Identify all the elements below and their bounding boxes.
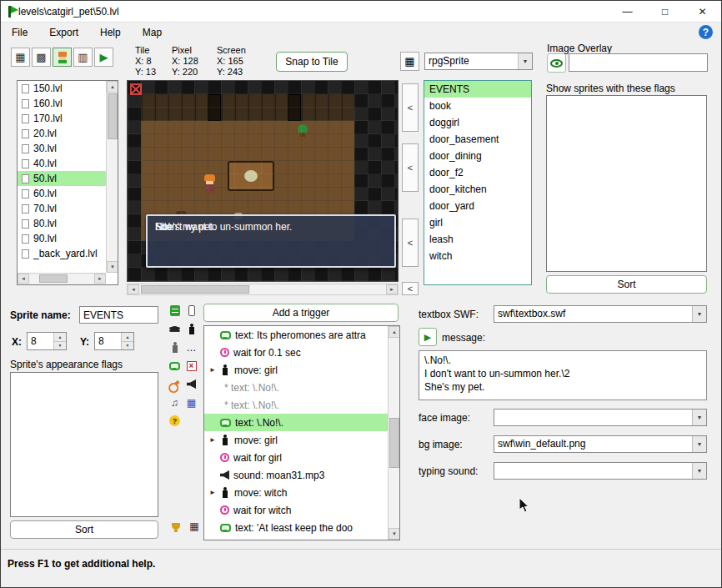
step-down-icon[interactable]: ▼ <box>122 342 133 350</box>
scroll-left-icon[interactable]: ◄ <box>18 274 29 284</box>
file-list-hscrollbar[interactable]: ◄ ► <box>18 273 106 284</box>
more-icon[interactable]: … <box>184 340 199 354</box>
sprite-flags-filter-list[interactable] <box>546 95 707 272</box>
list-item[interactable]: door_yard <box>424 198 531 214</box>
bg-image-select[interactable]: swf\win_default.png ▼ <box>494 435 707 453</box>
play-tool-icon[interactable]: ▶ <box>94 48 113 67</box>
question-icon[interactable]: ? <box>168 414 183 428</box>
textbox-swf-select[interactable]: swf\textbox.swf ▼ <box>494 305 707 323</box>
sprite-type-select[interactable]: rpgSprite ▼ <box>424 53 533 70</box>
trigger-row[interactable]: sound: moan31.mp3 <box>204 466 388 484</box>
tile-grid-tool-icon[interactable]: ▦ <box>11 48 30 67</box>
list-item-selected[interactable]: EVENTS <box>424 81 531 98</box>
chevron-down-icon[interactable]: ▼ <box>692 436 706 452</box>
list-item[interactable]: 40.lvl <box>18 156 106 171</box>
close-button[interactable]: ✕ <box>684 1 721 22</box>
trigger-row[interactable]: ►move: girl <box>204 431 388 449</box>
scroll-up-icon[interactable]: ▲ <box>389 326 400 338</box>
flags-sort-button[interactable]: Sort <box>546 275 707 294</box>
list-item[interactable]: leash <box>424 231 531 248</box>
list-item[interactable]: _back_yard.lvl <box>18 246 106 261</box>
grid-icon[interactable]: ▦ <box>187 519 202 533</box>
move-sprite-left-button[interactable]: < <box>402 219 419 267</box>
list-item[interactable]: 20.lvl <box>18 126 106 141</box>
step-down-icon[interactable]: ▼ <box>54 342 66 350</box>
maximize-button[interactable]: □ <box>646 1 684 22</box>
trigger-list[interactable]: text: Its pheromones are attra wait for … <box>203 325 400 540</box>
overlay-visibility-button[interactable] <box>547 53 566 73</box>
sprite-appearance-flags-list[interactable] <box>10 372 158 517</box>
key-icon[interactable] <box>168 377 183 391</box>
map-grid-toggle-icon[interactable]: ▦ <box>400 52 419 71</box>
speaker-icon[interactable] <box>184 377 199 391</box>
trigger-subrow[interactable]: * text: \.No!\. <box>204 379 388 396</box>
list-item[interactable]: 170.lvl <box>18 111 106 126</box>
sprite-tool-icon[interactable] <box>53 48 72 67</box>
list-item[interactable]: 80.lvl <box>18 216 106 231</box>
list-item[interactable]: 30.lvl <box>18 141 106 156</box>
chevron-down-icon[interactable]: ▼ <box>518 53 532 69</box>
trophy-icon[interactable] <box>168 519 183 533</box>
move-sprite-left-button[interactable]: < <box>402 83 419 132</box>
chevron-down-icon[interactable]: ▼ <box>692 306 706 322</box>
x-value-input[interactable] <box>28 333 53 349</box>
move-sprite-left-button[interactable]: < <box>402 143 419 192</box>
list-item[interactable]: 150.lvl <box>18 81 106 96</box>
y-stepper[interactable]: ▲▼ <box>94 332 134 350</box>
typing-sound-select[interactable]: ▼ <box>494 462 707 480</box>
list-item[interactable]: door_f2 <box>424 164 531 181</box>
title-bar[interactable]: levels\catgirl_pet\50.lvl — □ ✕ <box>1 1 721 23</box>
trigger-row[interactable]: ►move: witch <box>204 484 388 501</box>
speech-bubble-icon[interactable] <box>168 359 183 373</box>
delete-icon[interactable]: × <box>184 359 199 373</box>
list-item[interactable]: 70.lvl <box>18 201 106 216</box>
appearance-flags-sort-button[interactable]: Sort <box>10 520 158 539</box>
move-sprite-left-button[interactable]: < <box>402 282 419 295</box>
help-icon[interactable]: ? <box>699 25 713 39</box>
walk-icon[interactable] <box>168 340 183 354</box>
list-item[interactable]: witch <box>424 248 531 264</box>
list-item[interactable]: door_kitchen <box>424 181 531 198</box>
map-hscrollbar[interactable]: ◄ ► <box>127 284 399 295</box>
trigger-row[interactable]: wait for witch <box>204 501 388 519</box>
trigger-row-selected[interactable]: text: \.No!\. <box>204 414 388 431</box>
step-up-icon[interactable]: ▲ <box>122 333 133 342</box>
minimize-button[interactable]: — <box>609 1 646 22</box>
add-trigger-button[interactable]: Add a trigger <box>203 304 399 322</box>
tiles-icon[interactable]: ▦ <box>184 395 199 410</box>
scrollbar-thumb[interactable] <box>39 274 68 283</box>
face-image-select[interactable]: ▼ <box>494 409 707 426</box>
image-overlay-input[interactable] <box>569 53 708 72</box>
snap-to-tile-button[interactable]: Snap to Tile <box>276 52 348 72</box>
person-icon[interactable] <box>184 322 199 336</box>
menu-help[interactable]: Help <box>89 24 132 41</box>
trigger-list-vscrollbar[interactable]: ▲ ▼ <box>388 326 399 540</box>
file-list-vscrollbar[interactable]: ▲ ▼ <box>106 81 118 273</box>
scrollbar-thumb[interactable] <box>108 93 118 139</box>
list-item[interactable]: door_basement <box>424 131 531 148</box>
y-value-input[interactable] <box>95 333 121 349</box>
scroll-down-icon[interactable]: ▼ <box>107 261 118 273</box>
level-file-list[interactable]: 150.lvl 160.lvl 170.lvl 20.lvl 30.lvl 40… <box>17 80 118 285</box>
step-up-icon[interactable]: ▲ <box>54 333 66 342</box>
trigger-row[interactable]: wait for girl <box>204 449 388 466</box>
music-icon[interactable]: ♫ <box>168 395 183 410</box>
spider-icon[interactable] <box>168 322 183 336</box>
list-tool-icon[interactable]: ▥ <box>73 48 93 67</box>
chevron-down-icon[interactable]: ▼ <box>692 410 706 425</box>
list-item[interactable]: 90.lvl <box>18 231 106 246</box>
trigger-row[interactable]: text: Its pheromones are attra <box>204 326 388 344</box>
trigger-row[interactable]: wait for 0.1 sec <box>204 344 388 361</box>
sprite-name-list[interactable]: EVENTS book doggirl door_basement door_d… <box>424 80 532 285</box>
list-item[interactable]: 160.lvl <box>18 96 106 111</box>
preview-play-button[interactable]: ▶ <box>419 328 437 346</box>
expander-icon[interactable]: ► <box>209 366 216 374</box>
notebook-icon[interactable] <box>168 304 183 318</box>
list-item[interactable]: doggirl <box>424 114 531 131</box>
expander-icon[interactable]: ► <box>209 489 216 496</box>
map-canvas[interactable]: No! I don't want to un-summon her. She's… <box>127 80 399 282</box>
scroll-right-icon[interactable]: ► <box>386 284 398 294</box>
scroll-up-icon[interactable]: ▲ <box>107 81 118 93</box>
menu-file[interactable]: File <box>1 24 38 41</box>
trigger-row[interactable]: text: 'At least keep the doo <box>204 519 388 536</box>
